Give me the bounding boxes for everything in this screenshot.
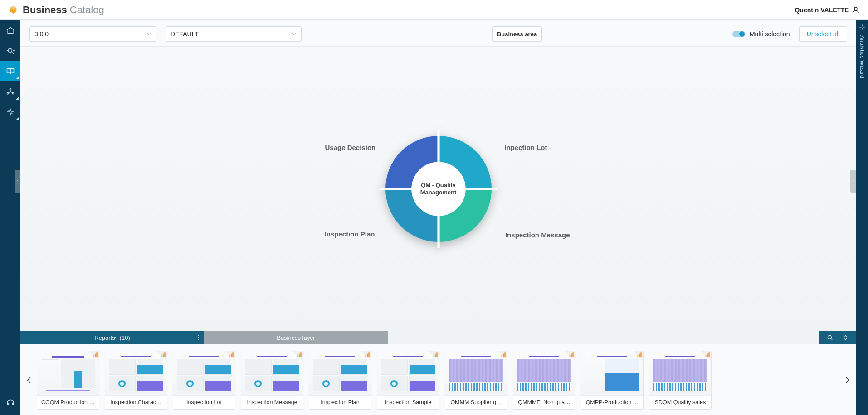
carousel-next[interactable] (842, 364, 853, 396)
chevron-down-icon (146, 31, 151, 37)
report-thumbnail (513, 351, 575, 396)
donut-label-tr: Inpection Lot (504, 144, 547, 151)
report-card-label: Inspection Lot (173, 396, 235, 409)
user-name: Quentin VALETTE (795, 6, 849, 14)
bottom-tabs: Reports (10) Business layer (20, 331, 856, 344)
chevron-right-icon (843, 376, 852, 385)
svg-rect-14 (96, 352, 97, 357)
network-icon (6, 87, 15, 96)
left-panel-expand[interactable] (15, 170, 20, 193)
svg-point-10 (198, 339, 199, 340)
report-thumbnail (37, 351, 99, 396)
unselect-all-button[interactable]: Unselect all (799, 26, 847, 42)
report-card[interactable]: QMMM Supplier q… (445, 351, 507, 410)
domain-donut: QM - Quality Management Usage Decision I… (380, 130, 497, 248)
report-card[interactable]: Inspection Plan (309, 351, 371, 410)
search-icon[interactable] (826, 334, 834, 341)
svg-rect-20 (232, 352, 233, 357)
left-nav (0, 20, 20, 415)
report-card[interactable]: QMMMFI Non qua… (513, 351, 575, 410)
profile-value: DEFAULT (171, 30, 199, 38)
tab-business-layer[interactable]: Business layer (204, 331, 388, 344)
report-card-label: Inspection Plan (309, 396, 371, 409)
svg-rect-32 (504, 352, 505, 357)
nav-sparkle[interactable] (0, 101, 20, 122)
svg-point-9 (198, 337, 199, 338)
svg-point-8 (198, 335, 199, 336)
svg-rect-35 (572, 352, 573, 357)
filter-toolbar: 3.0.0 DEFAULT Business area Multi select… (20, 20, 856, 47)
multi-selection-label: Multi selection (750, 30, 790, 38)
report-card-label: QMPP-Production … (581, 396, 643, 409)
svg-rect-26 (368, 352, 369, 357)
wizard-icon (858, 24, 866, 33)
right-panel-expand[interactable] (850, 170, 856, 193)
report-card[interactable]: COQM Production … (37, 351, 99, 410)
report-card[interactable]: Inspection Sample (377, 351, 439, 410)
svg-point-11 (828, 335, 831, 339)
tab-tools (819, 331, 856, 344)
svg-rect-41 (708, 352, 709, 357)
donut-label-bl: Inspection Plan (321, 230, 375, 238)
book-open-icon (6, 67, 15, 76)
version-select[interactable]: 3.0.0 (29, 26, 156, 42)
user-menu[interactable]: Quentin VALETTE (795, 6, 860, 14)
carousel-prev[interactable] (23, 364, 35, 396)
reports-carousel: COQM Production …Inspection Charac…Inspe… (20, 344, 856, 415)
app-title: Business (23, 4, 67, 16)
svg-rect-29 (436, 352, 437, 357)
report-thumbnail (649, 351, 711, 396)
report-card-label: Inspection Sample (377, 396, 439, 409)
svg-point-0 (854, 7, 857, 10)
chevron-left-icon (24, 376, 34, 385)
report-thumbnail (241, 351, 303, 396)
report-thumbnail (581, 351, 643, 396)
report-card-label: SDQM Quality sales (649, 396, 711, 409)
report-card-label: COQM Production … (37, 396, 99, 409)
tab-reports[interactable]: Reports (10) (20, 331, 204, 344)
report-card-label: QMMM Supplier q… (445, 396, 507, 409)
app-logo-icon (8, 5, 18, 15)
svg-rect-38 (640, 352, 641, 357)
toggle-switch-icon (732, 31, 745, 37)
chevron-down-icon (291, 31, 297, 37)
svg-point-1 (8, 48, 12, 52)
report-card[interactable]: Inspection Lot (173, 351, 235, 410)
donut-label-br: Inspection Message (505, 231, 570, 239)
profile-select[interactable]: DEFAULT (166, 26, 302, 42)
report-thumbnail (309, 351, 371, 396)
donut-center-label: QM - Quality Management (380, 130, 497, 248)
multi-selection-toggle[interactable]: Multi selection (732, 30, 790, 38)
chevron-down-icon (111, 334, 117, 341)
nav-catalog[interactable] (0, 61, 20, 81)
report-card[interactable]: QMPP-Production … (581, 351, 644, 410)
report-card[interactable]: SDQM Quality sales (649, 351, 712, 410)
svg-rect-17 (164, 352, 165, 357)
report-card[interactable]: Inspection Charac… (105, 351, 167, 410)
scope-select[interactable]: Business area (492, 26, 542, 42)
tab-layer-label: Business layer (277, 334, 315, 341)
analytics-wizard-bar[interactable]: Analytics Wizard (856, 20, 868, 415)
donut-label-tl: Usage Decision (325, 144, 375, 151)
nav-deep-search[interactable] (0, 40, 20, 61)
more-vertical-icon[interactable] (195, 334, 201, 341)
home-icon (6, 26, 15, 35)
report-thumbnail (105, 351, 167, 396)
sparkle-icon (6, 107, 15, 116)
tab-reports-count: (10) (120, 334, 130, 341)
expand-collapse-icon[interactable] (842, 334, 849, 341)
report-thumbnail (445, 351, 507, 396)
nav-home[interactable] (0, 20, 20, 40)
help-headset-icon (6, 398, 15, 407)
report-card[interactable]: Inspection Message (241, 351, 303, 410)
nav-help[interactable] (0, 395, 20, 415)
report-thumbnail (377, 351, 439, 396)
version-value: 3.0.0 (34, 30, 49, 38)
app-header: Business Catalog Quentin VALETTE (0, 0, 868, 20)
diagram-canvas: QM - Quality Management Usage Decision I… (20, 47, 856, 331)
report-card-label: Inspection Message (241, 396, 303, 409)
nav-graph[interactable] (0, 81, 20, 101)
report-card-label: QMMMFI Non qua… (513, 396, 575, 409)
scope-value: Business area (497, 31, 537, 38)
analytics-wizard-label: Analytics Wizard (859, 35, 865, 78)
